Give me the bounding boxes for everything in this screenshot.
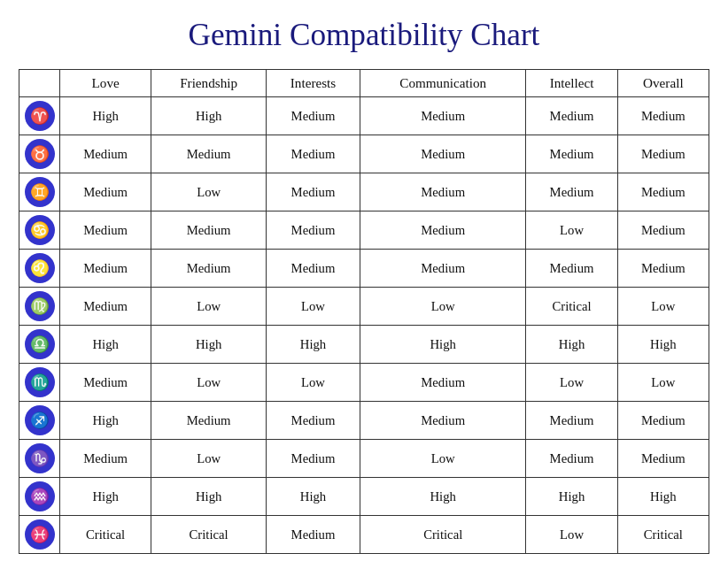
cell-love: Medium	[60, 135, 151, 173]
cell-interests: Medium	[267, 440, 360, 478]
cell-friendship: Medium	[151, 135, 267, 173]
sign-cell: ♊	[19, 173, 60, 211]
table-row: ♉MediumMediumMediumMediumMediumMedium	[19, 135, 709, 173]
sign-icon: ♑	[25, 443, 55, 473]
cell-communication: Critical	[360, 516, 526, 554]
cell-interests: Medium	[267, 402, 360, 440]
cell-interests: Medium	[267, 135, 360, 173]
cell-intellect: Critical	[526, 288, 617, 326]
cell-intellect: Low	[526, 364, 617, 402]
cell-communication: Medium	[360, 364, 526, 402]
cell-friendship: Critical	[151, 516, 267, 554]
sign-cell: ♐	[19, 402, 60, 440]
sign-cell: ♌	[19, 250, 60, 288]
sign-icon: ♒	[25, 481, 55, 511]
table-row: ♋MediumMediumMediumMediumLowMedium	[19, 211, 709, 250]
cell-friendship: Medium	[151, 211, 267, 250]
cell-communication: Medium	[360, 211, 526, 250]
cell-interests: Medium	[267, 250, 360, 288]
sign-cell: ♍	[19, 288, 60, 326]
cell-love: Medium	[60, 211, 151, 250]
cell-communication: Low	[360, 288, 526, 326]
cell-overall: Medium	[617, 135, 709, 173]
table-row: ♎HighHighHighHighHighHigh	[19, 326, 709, 364]
cell-intellect: Medium	[526, 135, 617, 173]
sign-icon: ♋	[25, 215, 55, 245]
cell-communication: Medium	[360, 97, 526, 135]
cell-interests: High	[267, 478, 360, 516]
cell-intellect: Medium	[526, 97, 617, 135]
cell-communication: High	[360, 326, 526, 364]
cell-love: Medium	[60, 173, 151, 211]
col-header-love: Love	[60, 70, 151, 97]
sign-cell: ♎	[19, 326, 60, 364]
cell-overall: Medium	[617, 250, 709, 288]
sign-cell: ♓	[19, 516, 60, 554]
cell-friendship: High	[151, 478, 267, 516]
cell-love: Medium	[60, 250, 151, 288]
sign-icon: ♌	[25, 253, 55, 283]
cell-communication: Medium	[360, 173, 526, 211]
cell-intellect: High	[526, 326, 617, 364]
table-row: ♒HighHighHighHighHighHigh	[19, 478, 709, 516]
cell-love: Medium	[60, 288, 151, 326]
cell-overall: Medium	[617, 211, 709, 250]
cell-love: High	[60, 326, 151, 364]
cell-overall: Low	[617, 364, 709, 402]
cell-communication: Medium	[360, 135, 526, 173]
cell-interests: Medium	[267, 516, 360, 554]
sign-icon: ♈	[25, 101, 55, 131]
table-row: ♈HighHighMediumMediumMediumMedium	[19, 97, 709, 135]
cell-communication: Medium	[360, 250, 526, 288]
cell-overall: Medium	[617, 173, 709, 211]
cell-interests: Low	[267, 364, 360, 402]
cell-friendship: High	[151, 97, 267, 135]
cell-intellect: Medium	[526, 440, 617, 478]
cell-overall: High	[617, 326, 709, 364]
table-row: ♏MediumLowLowMediumLowLow	[19, 364, 709, 402]
sign-icon: ♍	[25, 291, 55, 321]
cell-intellect: Medium	[526, 250, 617, 288]
cell-intellect: Low	[526, 516, 617, 554]
cell-love: High	[60, 478, 151, 516]
table-header-row: Love Friendship Interests Communication …	[19, 70, 709, 97]
sign-icon: ♏	[25, 367, 55, 397]
sign-cell: ♏	[19, 364, 60, 402]
cell-interests: Medium	[267, 97, 360, 135]
cell-friendship: High	[151, 326, 267, 364]
page-title: Gemini Compatibility Chart	[189, 18, 540, 53]
cell-friendship: Low	[151, 440, 267, 478]
cell-interests: Low	[267, 288, 360, 326]
sign-cell: ♑	[19, 440, 60, 478]
cell-friendship: Low	[151, 364, 267, 402]
cell-communication: Low	[360, 440, 526, 478]
sign-cell: ♒	[19, 478, 60, 516]
cell-love: High	[60, 402, 151, 440]
cell-intellect: Medium	[526, 173, 617, 211]
table-row: ♐HighMediumMediumMediumMediumMedium	[19, 402, 709, 440]
compatibility-table: Love Friendship Interests Communication …	[19, 69, 709, 554]
col-header-interests: Interests	[267, 70, 360, 97]
sign-icon: ♓	[25, 519, 55, 550]
cell-overall: Critical	[617, 516, 709, 554]
col-header-intellect: Intellect	[526, 70, 617, 97]
cell-friendship: Low	[151, 173, 267, 211]
sign-cell: ♉	[19, 135, 60, 173]
cell-interests: Medium	[267, 211, 360, 250]
table-row: ♓CriticalCriticalMediumCriticalLowCritic…	[19, 516, 709, 554]
table-row: ♍MediumLowLowLowCriticalLow	[19, 288, 709, 326]
cell-intellect: Medium	[526, 402, 617, 440]
cell-love: High	[60, 97, 151, 135]
cell-friendship: Medium	[151, 402, 267, 440]
table-row: ♌MediumMediumMediumMediumMediumMedium	[19, 250, 709, 288]
table-row: ♊MediumLowMediumMediumMediumMedium	[19, 173, 709, 211]
col-header-friendship: Friendship	[151, 70, 267, 97]
cell-overall: Low	[617, 288, 709, 326]
sign-icon: ♎	[25, 329, 55, 359]
cell-love: Critical	[60, 516, 151, 554]
cell-overall: Medium	[617, 97, 709, 135]
sign-cell: ♈	[19, 97, 60, 135]
sign-icon: ♐	[25, 405, 55, 435]
cell-interests: High	[267, 326, 360, 364]
table-row: ♑MediumLowMediumLowMediumMedium	[19, 440, 709, 478]
